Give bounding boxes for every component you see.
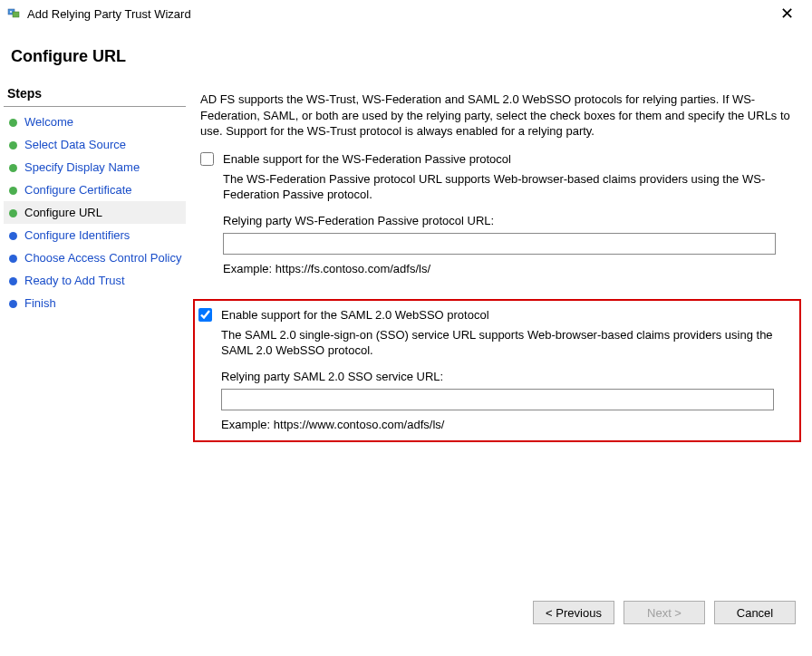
- step-bullet-icon: [9, 277, 17, 285]
- step-welcome[interactable]: Welcome: [4, 111, 186, 133]
- step-label: Finish: [24, 296, 56, 310]
- previous-button[interactable]: < Previous: [533, 601, 614, 624]
- step-configure-certificate[interactable]: Configure Certificate: [4, 178, 186, 201]
- cancel-button[interactable]: Cancel: [714, 601, 796, 624]
- page-title: Configure URL: [0, 27, 812, 82]
- step-select-data-source[interactable]: Select Data Source: [4, 133, 186, 156]
- saml-url-input[interactable]: [221, 389, 774, 410]
- step-specify-display-name[interactable]: Specify Display Name: [4, 156, 186, 178]
- step-label: Ready to Add Trust: [24, 274, 125, 287]
- next-button[interactable]: Next >: [624, 601, 705, 624]
- step-choose-access-control[interactable]: Choose Access Control Policy: [4, 246, 186, 269]
- step-bullet-icon: [9, 164, 17, 172]
- saml-checkbox[interactable]: [198, 308, 212, 322]
- step-configure-url[interactable]: Configure URL: [4, 201, 186, 224]
- wsfed-example: Example: https://fs.contoso.com/adfs/ls/: [223, 262, 796, 275]
- step-label: Choose Access Control Policy: [24, 251, 181, 265]
- step-bullet-icon: [9, 119, 17, 127]
- step-finish[interactable]: Finish: [4, 292, 186, 314]
- step-bullet-icon: [9, 255, 17, 263]
- step-label: Configure URL: [24, 206, 102, 219]
- step-bullet-icon: [9, 300, 17, 308]
- content-panel: AD FS supports the WS-Trust, WS-Federati…: [186, 82, 812, 635]
- step-label: Welcome: [24, 115, 73, 129]
- step-label: Configure Identifiers: [24, 228, 130, 242]
- wsfed-checkbox[interactable]: [200, 152, 214, 166]
- wsfed-checkbox-label: Enable support for the WS-Federation Pas…: [223, 152, 511, 166]
- step-bullet-icon: [9, 209, 17, 217]
- saml-desc: The SAML 2.0 single-sign-on (SSO) servic…: [221, 327, 796, 359]
- wsfed-url-label: Relying party WS-Federation Passive prot…: [223, 214, 796, 227]
- titlebar: Add Relying Party Trust Wizard ✕: [0, 0, 812, 27]
- main-area: Steps Welcome Select Data Source Specify…: [0, 82, 812, 635]
- step-label: Configure Certificate: [24, 183, 132, 197]
- wsfed-desc: The WS-Federation Passive protocol URL s…: [223, 171, 796, 203]
- step-label: Specify Display Name: [24, 160, 140, 174]
- saml-url-label: Relying party SAML 2.0 SSO service URL:: [221, 370, 796, 383]
- app-icon: [7, 6, 22, 21]
- step-ready-to-add-trust[interactable]: Ready to Add Trust: [4, 269, 186, 292]
- saml-highlight-box: Enable support for the SAML 2.0 WebSSO p…: [193, 299, 801, 442]
- step-bullet-icon: [9, 187, 17, 195]
- svg-point-2: [10, 11, 12, 13]
- step-label: Select Data Source: [24, 138, 126, 151]
- intro-text: AD FS supports the WS-Trust, WS-Federati…: [200, 92, 796, 140]
- saml-checkbox-label: Enable support for the SAML 2.0 WebSSO p…: [221, 308, 489, 322]
- wsfed-block: Enable support for the WS-Federation Pas…: [200, 152, 796, 275]
- window-title: Add Relying Party Trust Wizard: [27, 7, 768, 21]
- step-bullet-icon: [9, 232, 17, 240]
- saml-example: Example: https://www.contoso.com/adfs/ls…: [221, 418, 796, 431]
- wizard-buttons: < Previous Next > Cancel: [533, 601, 796, 624]
- saml-block: Enable support for the SAML 2.0 WebSSO p…: [198, 308, 796, 431]
- step-configure-identifiers[interactable]: Configure Identifiers: [4, 224, 186, 246]
- close-button[interactable]: ✕: [768, 4, 805, 24]
- svg-rect-1: [13, 12, 19, 17]
- steps-sidebar: Steps Welcome Select Data Source Specify…: [0, 82, 186, 635]
- wsfed-url-input[interactable]: [223, 233, 776, 255]
- sidebar-header: Steps: [4, 82, 186, 107]
- step-bullet-icon: [9, 141, 17, 150]
